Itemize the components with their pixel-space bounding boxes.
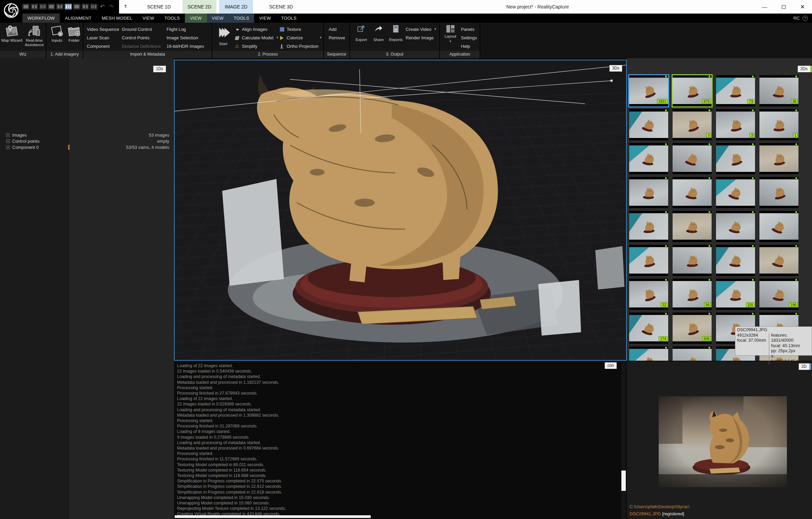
- render-image-button[interactable]: Render Image: [406, 34, 440, 42]
- image-thumbnail-r8-c2[interactable]: 606: [673, 313, 712, 344]
- image-thumbnail-r6-c3[interactable]: [716, 245, 755, 276]
- image-thumbnail-r2-c1[interactable]: [629, 109, 668, 140]
- layout-preset-9-icon[interactable]: [90, 4, 97, 9]
- video-sequence-button[interactable]: Video Sequence: [87, 25, 124, 34]
- colorize-button[interactable]: Colorize ▼: [279, 34, 322, 42]
- start-button[interactable]: Start: [214, 25, 232, 46]
- image-thumbnail-r5-c4[interactable]: [759, 211, 798, 242]
- tree-row-component-0[interactable]: + Component 0 53/53 cams, 4 models: [0, 144, 174, 151]
- reports-button[interactable]: Reports: [387, 25, 405, 42]
- colorize-dropdown-icon[interactable]: ▼: [319, 34, 322, 42]
- image-thumbnail-r3-c3[interactable]: [716, 143, 755, 174]
- redo-icon[interactable]: ↷: [108, 3, 115, 10]
- layout-preset-2-icon[interactable]: [31, 4, 38, 9]
- align-images-button[interactable]: ▸▸ Align Images: [234, 25, 285, 34]
- view-badge-3ds[interactable]: 3Ds: [610, 65, 622, 72]
- image-thumbnail-r7-c1[interactable]: 22: [629, 279, 668, 310]
- expand-icon[interactable]: +: [6, 133, 10, 137]
- image-thumbnail-r4-c2[interactable]: [673, 177, 712, 208]
- layout-preset-5-icon[interactable]: [56, 4, 63, 9]
- image-thumbnail-r5-c2[interactable]: [673, 211, 712, 242]
- image-selection-button[interactable]: Image Selection: [167, 34, 211, 42]
- flight-log-button[interactable]: Flight Log: [167, 25, 211, 34]
- remove-button[interactable]: Remove: [329, 34, 349, 42]
- texture-button[interactable]: Texture: [279, 25, 322, 34]
- image-thumbnail-r3-c4[interactable]: [759, 143, 798, 174]
- component-button[interactable]: Component: [87, 42, 124, 51]
- layout-preset-3-icon[interactable]: [39, 4, 46, 9]
- inputs-button[interactable]: Inputs: [49, 24, 65, 50]
- laser-scan-button[interactable]: Laser Scan: [87, 34, 124, 42]
- layout-preset-1-icon[interactable]: [22, 4, 30, 9]
- share-button[interactable]: Share: [370, 25, 387, 42]
- help-button[interactable]: Help: [461, 42, 480, 51]
- ribbon-tab-mesh-model-2[interactable]: MESH MODEL: [97, 14, 137, 23]
- tab-scene-3d[interactable]: SCENE 3D: [263, 0, 299, 14]
- image-thumbnail-r2-c3[interactable]: 3: [716, 109, 755, 140]
- settings-button[interactable]: Settings: [461, 34, 480, 42]
- layout-preset-7-icon[interactable]: [73, 4, 80, 9]
- undo-icon[interactable]: ↶: [99, 3, 106, 10]
- console-horizontal-scrollbar[interactable]: [175, 515, 371, 518]
- image-thumbnail-r7-c2[interactable]: 56: [673, 279, 712, 310]
- image-thumbnail-r1-c2[interactable]: 675: [673, 75, 712, 106]
- folder-button[interactable]: Folder: [66, 24, 82, 50]
- image-thumbnail-r8-c1[interactable]: 174: [629, 313, 668, 344]
- image-thumbnail-r3-c2[interactable]: [673, 143, 712, 174]
- image-thumbnail-r1-c4[interactable]: 36: [759, 75, 798, 106]
- view-badge-con[interactable]: con: [605, 362, 617, 369]
- ribbon-tab-view-3[interactable]: VIEW: [137, 14, 159, 23]
- 16bit-hdr-images-button[interactable]: 16-bit/HDR Images: [167, 42, 211, 51]
- simplify-button[interactable]: ⚠ Simplify: [234, 42, 285, 51]
- ribbon-tab-tools-9[interactable]: TOOLS: [276, 14, 302, 23]
- create-video-dropdown-icon[interactable]: ▼: [434, 25, 437, 34]
- view-badge-1ds[interactable]: 1Ds: [153, 66, 166, 72]
- image-thumbnail-r4-c4[interactable]: [759, 177, 798, 208]
- image-thumbnail-r9-c2[interactable]: [673, 346, 712, 361]
- console-panel[interactable]: Loading of 22 images started.22 images l…: [174, 361, 627, 519]
- image-thumbnail-r7-c4[interactable]: 196: [759, 279, 798, 310]
- image-thumbnail-r9-c1[interactable]: [629, 346, 668, 361]
- preview-photo[interactable]: [659, 396, 787, 487]
- ortho-projection-button[interactable]: Ortho Projection: [279, 42, 322, 51]
- console-scrollbar-thumb[interactable]: [621, 471, 626, 491]
- ground-control-button[interactable]: Ground Control: [122, 25, 166, 34]
- export-button[interactable]: Export: [352, 25, 370, 42]
- ribbon-tab-view-8[interactable]: VIEW: [254, 14, 276, 23]
- image-thumbnail-r6-c4[interactable]: [759, 245, 798, 276]
- tree-row-control-points[interactable]: + Control points empty: [0, 138, 174, 144]
- expand-icon[interactable]: +: [6, 145, 10, 149]
- image-thumbnail-r6-c2[interactable]: [673, 245, 712, 276]
- image-thumbnail-r2-c2[interactable]: 3: [673, 109, 712, 140]
- distance-definitions-button[interactable]: Distance Definitions: [122, 42, 166, 51]
- ribbon-tab-workflow-0[interactable]: WORKFLOW: [22, 14, 60, 23]
- image-thumbnail-r4-c1[interactable]: [629, 177, 668, 208]
- layout-dropdown-icon[interactable]: ▼: [449, 40, 452, 43]
- pin-ribbon-icon[interactable]: ▾━: [121, 0, 130, 14]
- tab-image-2d[interactable]: IMAGE 2D: [219, 0, 253, 14]
- maximize-button[interactable]: [774, 0, 793, 14]
- image-thumbnail-r4-c3[interactable]: [716, 177, 755, 208]
- tab-scene-1d[interactable]: SCENE 1D: [139, 0, 178, 14]
- image-thumbnail-r7-c3[interactable]: 115: [716, 279, 755, 310]
- layout-button[interactable]: Layout ▼: [442, 24, 459, 43]
- layout-preset-8-icon[interactable]: [82, 4, 89, 9]
- close-button[interactable]: ✕: [793, 0, 812, 14]
- control-points-button[interactable]: Control Points: [122, 34, 166, 42]
- image-thumbnail-r5-c1[interactable]: [629, 211, 668, 242]
- real-time-assistance-button[interactable]: Real-time Assistance: [24, 24, 45, 50]
- map-wizard-button[interactable]: Map Wizard: [1, 24, 22, 50]
- calculate-model-dropdown-icon[interactable]: ▼: [276, 34, 279, 42]
- layout-preset-4-icon[interactable]: [48, 4, 55, 9]
- panels-button[interactable]: Panels: [461, 25, 480, 34]
- tab-scene-2d[interactable]: SCENE 2D: [182, 0, 216, 14]
- image-thumbnail-r1-c1[interactable]: 1831: [629, 75, 668, 106]
- viewport-3d[interactable]: 3Ds: [174, 60, 627, 361]
- add-button[interactable]: Add: [329, 25, 349, 34]
- realitycapture-logo-icon[interactable]: [2, 1, 20, 20]
- help-circle-icon[interactable]: ?: [803, 16, 808, 21]
- create-video-button[interactable]: Create Video ▼: [406, 25, 440, 34]
- image-thumbnail-r1-c3[interactable]: 73: [716, 75, 755, 106]
- image-thumbnail-r2-c4[interactable]: 1: [759, 109, 798, 140]
- view-badge-2ds[interactable]: 2Ds: [798, 66, 810, 72]
